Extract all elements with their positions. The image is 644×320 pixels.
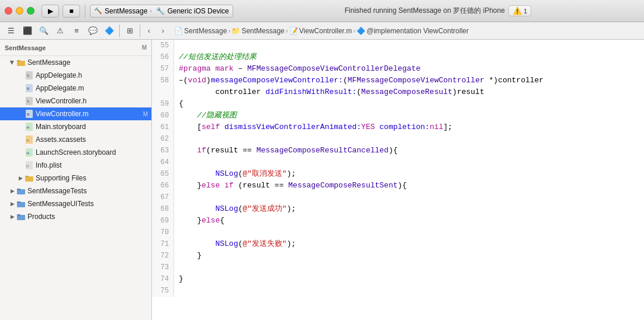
- run-button[interactable]: ▶: [41, 5, 59, 18]
- code-token: ];: [444, 123, 453, 131]
- inspectors-button[interactable]: ⬛: [20, 25, 35, 37]
- code-token: dismissViewControllerAnimated:: [224, 123, 361, 131]
- code-token: );: [287, 204, 296, 213]
- code-area[interactable]: 5556//短信发送的处理结果57#pragma mark – MFMessag…: [152, 40, 644, 320]
- sidebar-item-appdelegate-h[interactable]: hAppDelegate.h: [0, 69, 151, 82]
- warning-filter-button[interactable]: ⚠: [53, 25, 68, 37]
- annotation-button[interactable]: 💬: [85, 25, 101, 37]
- line-number: 62: [152, 133, 174, 145]
- line-content: }: [174, 250, 202, 262]
- breadcrumb-project[interactable]: SentMessage: [184, 27, 227, 35]
- code-line: 56//短信发送的处理结果: [152, 51, 644, 63]
- file-icon: m: [25, 110, 34, 118]
- device-icon: 🔧: [156, 7, 165, 15]
- sidebar-item-sentmessagetests[interactable]: ▶SentMessageTests: [0, 185, 151, 197]
- sidebar-item-main-storyboard[interactable]: sbMain.storyboard: [0, 120, 151, 133]
- titlebar: ▶ ■ 🔨 SentMessage › 🔧 Generic iOS Device…: [0, 0, 644, 22]
- line-number: 61: [152, 121, 174, 133]
- layout-button[interactable]: ⊞: [122, 25, 137, 37]
- line-number: 56: [152, 51, 174, 63]
- breadcrumb-group[interactable]: SentMessage: [241, 27, 284, 35]
- line-content: [174, 227, 179, 238]
- svg-text:m: m: [27, 86, 29, 91]
- line-content: if(result == MessageComposeResultCancell…: [174, 145, 398, 156]
- sidebar-toggle-button[interactable]: ☰: [4, 25, 19, 37]
- scheme-selector[interactable]: 🔨 SentMessage › 🔧 Generic iOS Device: [90, 5, 233, 18]
- sidebar-item-viewcontroller-m[interactable]: mViewController.mM: [0, 107, 151, 120]
- code-token: NSLog: [215, 239, 238, 248]
- line-content: [174, 156, 179, 168]
- svg-rect-22: [17, 202, 25, 207]
- code-token: {: [220, 216, 224, 225]
- scheme-label: SentMessage: [105, 7, 147, 15]
- breadcrumb-symbol[interactable]: @implementation ViewController: [366, 27, 469, 35]
- line-number: 72: [152, 250, 174, 262]
- code-token: if: [197, 146, 206, 155]
- nav-forward-button[interactable]: ›: [157, 25, 169, 37]
- sidebar-item-info-plist[interactable]: plInfo.plist: [0, 159, 151, 172]
- line-number: 75: [152, 285, 174, 297]
- svg-rect-0: [17, 61, 25, 66]
- code-token: MessageComposeResult: [361, 88, 452, 96]
- filter-button[interactable]: ≡: [69, 25, 84, 37]
- svg-rect-24: [17, 215, 25, 220]
- breakpoint-button[interactable]: 🔷: [102, 25, 117, 37]
- code-token: (result ==: [206, 146, 257, 155]
- sidebar-item-launchscreen-storyboard[interactable]: sbLaunchScreen.storyboard: [0, 146, 151, 159]
- sidebar-item-products[interactable]: ▶Products: [0, 210, 151, 223]
- file-icon: m: [25, 84, 34, 92]
- warning-badge[interactable]: ⚠️ 1: [508, 5, 531, 16]
- code-line: 59{: [152, 98, 644, 110]
- code-token: controller: [179, 88, 265, 96]
- arrow-icon: [16, 135, 25, 144]
- sidebar-item-supporting-files[interactable]: ▶Supporting Files: [0, 172, 151, 185]
- code-token: #pragma mark: [179, 64, 234, 73]
- code-token: messageComposeViewController:: [211, 76, 343, 85]
- code-line: 65 NSLog(@"取消发送");: [152, 168, 644, 180]
- file-icon: pl: [25, 161, 34, 169]
- arrow-icon: [16, 123, 25, 131]
- breadcrumb-file[interactable]: ViewController.m: [299, 27, 352, 35]
- line-content: {: [174, 98, 183, 110]
- code-token: [179, 146, 197, 155]
- minimize-button[interactable]: [16, 7, 23, 15]
- sidebar-item-label: ViewController.m: [36, 110, 143, 118]
- line-number: 67: [152, 192, 174, 203]
- stop-button[interactable]: ■: [63, 5, 80, 18]
- arrow-icon: [16, 161, 25, 169]
- sidebar-item-assets-xcassets[interactable]: xcAssets.xcassets: [0, 133, 151, 146]
- arrow-icon: ▶: [16, 174, 25, 182]
- sidebar-item-sentmessage-group[interactable]: ▶SentMessage: [0, 56, 151, 69]
- code-token: [179, 204, 215, 213]
- sidebar-item-sentmessageuitests[interactable]: ▶SentMessageUITests: [0, 197, 151, 210]
- sidebar: SentMessage M ▶SentMessagehAppDelegate.h…: [0, 40, 152, 320]
- line-content: [174, 133, 179, 145]
- sidebar-item-appdelegate-m[interactable]: mAppDelegate.m: [0, 82, 151, 95]
- code-line: 55: [152, 40, 644, 51]
- line-number: 60: [152, 110, 174, 121]
- code-token: MessageComposeResultCancelled: [257, 146, 389, 155]
- code-token: {: [179, 99, 183, 108]
- code-line: 74}: [152, 273, 644, 285]
- svg-rect-21: [17, 189, 20, 190]
- nav-back-button[interactable]: ‹: [143, 25, 155, 37]
- code-token: nil: [430, 123, 443, 131]
- line-content: NSLog(@"发送成功");: [174, 203, 296, 215]
- line-content: –(void)messageComposeViewController:(MFM…: [174, 75, 543, 86]
- search-button[interactable]: 🔍: [36, 25, 51, 37]
- code-line: 70: [152, 227, 644, 238]
- svg-text:sb: sb: [26, 151, 30, 155]
- item-badge: M: [143, 111, 148, 117]
- line-content: [self dismissViewControllerAnimated:YES …: [174, 121, 452, 133]
- arrow-icon: ▶: [8, 213, 16, 221]
- traffic-lights: [5, 7, 34, 15]
- arrow-icon: [16, 97, 25, 105]
- close-button[interactable]: [5, 7, 12, 15]
- sidebar-item-viewcontroller-h[interactable]: hViewController.h: [0, 95, 151, 107]
- code-token: didFinishWithResult:: [265, 88, 356, 96]
- line-number: 59: [152, 98, 174, 110]
- code-token: )result: [452, 88, 484, 96]
- maximize-button[interactable]: [27, 7, 34, 15]
- line-content: controller didFinishWithResult:(MessageC…: [174, 86, 484, 98]
- code-token: (: [356, 88, 361, 96]
